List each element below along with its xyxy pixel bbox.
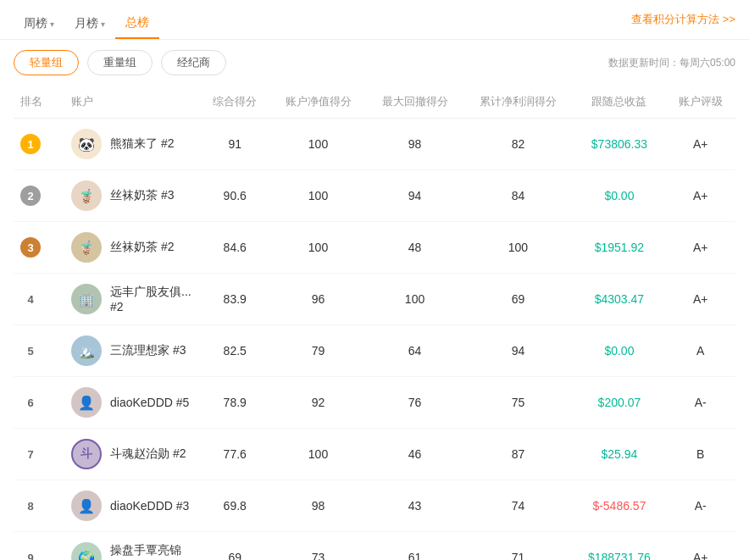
col-drawdown: 最大回撤得分 xyxy=(367,86,463,119)
table-row[interactable]: 4 🏢 远丰广股友俱... #2 83.99610069$4303.47A+ xyxy=(14,274,735,325)
return-cell: $188731.76 xyxy=(573,532,665,561)
rating-cell: A+ xyxy=(665,119,735,170)
monthly-label: 月榜 xyxy=(75,16,98,31)
drawdown-cell: 98 xyxy=(367,119,463,170)
rank-cell: 4 xyxy=(14,274,64,325)
update-info: 数据更新时间：每周六05:00 xyxy=(608,56,735,70)
rank-number: 8 xyxy=(20,496,41,516)
drawdown-cell: 94 xyxy=(367,170,463,222)
score-cell: 91 xyxy=(200,119,269,170)
account-name: 三流理想家 #3 xyxy=(110,343,186,358)
table-row[interactable]: 1 🐼 熊猫来了 #2 911009882$73806.33A+ xyxy=(14,119,735,170)
rating-cell: A+ xyxy=(665,274,735,325)
net-value-cell: 96 xyxy=(269,274,366,325)
profit-cell: 87 xyxy=(463,429,574,480)
table-row[interactable]: 7 斗 斗魂赵治勋 #2 77.61004687$25.94B xyxy=(14,429,735,480)
col-score: 综合得分 xyxy=(200,86,269,119)
leaderboard-table: 排名 账户 综合得分 账户净值得分 最大回撤得分 累计净利润得分 跟随总收益 账… xyxy=(0,86,749,560)
tab-monthly[interactable]: 月榜 ▾ xyxy=(64,9,115,38)
tab-total[interactable]: 总榜 xyxy=(115,8,159,39)
table-row[interactable]: 2 🧋 丝袜奶茶 #3 90.61009484$0.00A+ xyxy=(14,170,735,222)
net-value-cell: 92 xyxy=(269,377,366,429)
col-rank: 排名 xyxy=(14,86,64,119)
account-cell: 🐼 熊猫来了 #2 xyxy=(64,119,200,170)
account-name: diaoKeDDD #5 xyxy=(110,396,189,409)
weekly-arrow: ▾ xyxy=(50,19,54,29)
net-value-cell: 79 xyxy=(269,325,366,377)
rating-cell: A- xyxy=(665,377,735,429)
return-cell: $73806.33 xyxy=(573,119,665,170)
account-name: 丝袜奶茶 #2 xyxy=(110,240,174,255)
avatar: 🏔️ xyxy=(71,335,102,366)
table-row[interactable]: 9 🌍 操盘手覃亮锦 #3 69736171$188731.76A+ xyxy=(14,532,735,561)
table-row[interactable]: 6 👤 diaoKeDDD #5 78.9927675$200.07A- xyxy=(14,377,735,429)
rank-cell: 2 xyxy=(14,170,64,222)
calc-method-link[interactable]: 查看积分计算方法 >> xyxy=(631,12,735,27)
account-name: diaoKeDDD #3 xyxy=(110,499,189,513)
score-cell: 84.6 xyxy=(200,222,269,274)
filter-light[interactable]: 轻量组 xyxy=(14,50,79,75)
rank-number: 9 xyxy=(20,547,41,560)
rating-cell: A+ xyxy=(665,222,735,274)
drawdown-cell: 100 xyxy=(367,274,463,325)
drawdown-cell: 48 xyxy=(367,222,463,274)
score-cell: 82.5 xyxy=(200,325,269,377)
account-cell: 🏢 远丰广股友俱... #2 xyxy=(64,274,200,325)
rating-cell: A- xyxy=(665,480,735,532)
avatar: 🏢 xyxy=(71,284,102,314)
profit-cell: 82 xyxy=(463,119,574,170)
tab-weekly[interactable]: 周榜 ▾ xyxy=(14,9,64,38)
rating-cell: A+ xyxy=(665,170,735,222)
weekly-label: 周榜 xyxy=(24,16,47,31)
score-cell: 78.9 xyxy=(200,377,269,429)
return-cell: $0.00 xyxy=(573,325,665,377)
table-row[interactable]: 5 🏔️ 三流理想家 #3 82.5796494$0.00A xyxy=(14,325,735,377)
rank-number: 6 xyxy=(20,392,41,413)
rank-cell: 5 xyxy=(14,325,64,377)
account-name: 斗魂赵治勋 #2 xyxy=(110,446,186,462)
rank-badge: 1 xyxy=(20,134,41,154)
rank-badge: 3 xyxy=(20,237,41,258)
account-cell: 👤 diaoKeDDD #5 xyxy=(64,377,200,429)
table-header-row: 排名 账户 综合得分 账户净值得分 最大回撤得分 累计净利润得分 跟随总收益 账… xyxy=(14,86,735,119)
profit-cell: 100 xyxy=(463,222,574,274)
account-cell: 斗 斗魂赵治勋 #2 xyxy=(64,429,200,480)
score-cell: 77.6 xyxy=(200,429,269,480)
drawdown-cell: 61 xyxy=(367,532,463,561)
table-row[interactable]: 3 🧋 丝袜奶茶 #2 84.610048100$1951.92A+ xyxy=(14,222,735,274)
avatar: 👤 xyxy=(71,387,102,418)
net-value-cell: 98 xyxy=(269,480,366,532)
score-cell: 69.8 xyxy=(200,480,269,532)
return-cell: $1951.92 xyxy=(573,222,665,274)
drawdown-cell: 43 xyxy=(367,480,463,532)
rank-badge: 2 xyxy=(20,186,41,206)
rank-cell: 9 xyxy=(14,532,64,561)
net-value-cell: 100 xyxy=(269,119,366,170)
rank-number: 4 xyxy=(20,289,41,309)
monthly-arrow: ▾ xyxy=(101,19,105,29)
account-cell: 🧋 丝袜奶茶 #3 xyxy=(64,170,200,222)
nav-bar: 周榜 ▾ 月榜 ▾ 总榜 查看积分计算方法 >> xyxy=(0,0,749,40)
col-net-value: 账户净值得分 xyxy=(269,86,366,119)
filter-broker[interactable]: 经纪商 xyxy=(161,50,226,75)
rank-cell: 7 xyxy=(14,429,64,480)
rating-cell: A+ xyxy=(665,532,735,561)
score-cell: 90.6 xyxy=(200,170,269,222)
col-rating: 账户评级 xyxy=(665,86,735,119)
rank-cell: 8 xyxy=(14,480,64,532)
filter-bar: 轻量组 重量组 经纪商 数据更新时间：每周六05:00 xyxy=(0,40,749,86)
net-value-cell: 73 xyxy=(269,532,366,561)
filter-heavy[interactable]: 重量组 xyxy=(87,50,153,75)
profit-cell: 94 xyxy=(463,325,574,377)
profit-cell: 74 xyxy=(463,480,574,532)
table-row[interactable]: 8 👤 diaoKeDDD #3 69.8984374$-5486.57A- xyxy=(14,480,735,532)
profit-cell: 84 xyxy=(463,170,574,222)
score-cell: 69 xyxy=(200,532,269,561)
rank-cell: 6 xyxy=(14,377,64,429)
account-cell: 🌍 操盘手覃亮锦 #3 xyxy=(64,532,200,561)
return-cell: $25.94 xyxy=(573,429,665,480)
account-cell: 🧋 丝袜奶茶 #2 xyxy=(64,222,200,274)
avatar: 🧋 xyxy=(71,232,102,263)
return-cell: $-5486.57 xyxy=(573,480,665,532)
account-cell: 🏔️ 三流理想家 #3 xyxy=(64,325,200,377)
